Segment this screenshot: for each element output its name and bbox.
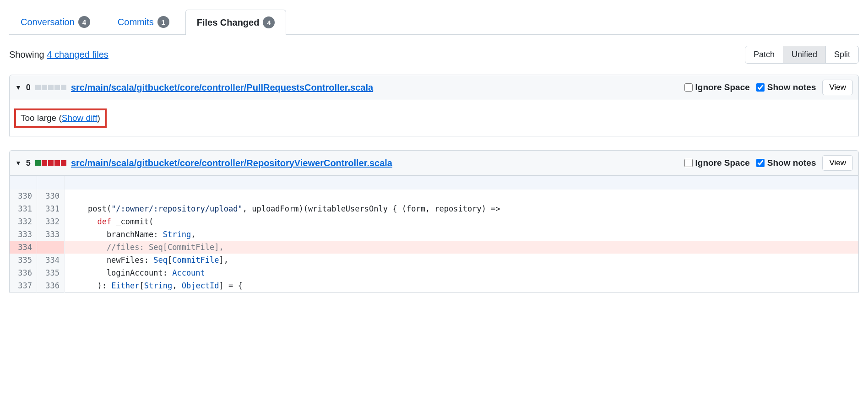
line-number-new: 335 xyxy=(37,266,65,279)
file-header-right: Ignore Space Show notes View xyxy=(684,80,853,95)
tab-badge: 1 xyxy=(157,16,169,28)
line-number-old: 334 xyxy=(10,241,37,254)
unified-button[interactable]: Unified xyxy=(783,46,826,64)
diff-line: 336335 loginAccount: Account xyxy=(10,266,859,279)
line-number-old: 332 xyxy=(10,215,37,228)
line-number-old: 335 xyxy=(10,254,37,266)
code-cell: post("/:owner/:repository/upload", uploa… xyxy=(65,202,859,215)
tab-label: Commits xyxy=(118,17,154,27)
code-cell xyxy=(65,190,859,202)
tab-conversation[interactable]: Conversation 4 xyxy=(9,9,102,34)
view-mode-group: Patch Unified Split xyxy=(745,46,859,64)
ignore-space-label[interactable]: Ignore Space xyxy=(684,82,750,92)
line-number-new xyxy=(37,241,65,254)
file-block: ▼ 5 src/main/scala/gitbucket/core/contro… xyxy=(9,150,859,293)
too-large-message: Too large (Show diff) xyxy=(14,108,107,128)
file-body: Too large (Show diff) xyxy=(9,100,859,136)
show-notes-label[interactable]: Show notes xyxy=(756,82,816,92)
code-cell: newFiles: Seq[CommitFile], xyxy=(65,254,859,266)
split-button[interactable]: Split xyxy=(826,46,859,64)
line-number-old: 333 xyxy=(10,228,37,241)
tab-label: Conversation xyxy=(21,17,75,27)
line-number-old: 336 xyxy=(10,266,37,279)
chevron-down-icon[interactable]: ▼ xyxy=(15,159,22,167)
view-button[interactable]: View xyxy=(822,80,853,95)
line-number-new: 332 xyxy=(37,215,65,228)
line-number-new: 330 xyxy=(37,190,65,202)
showing-text: Showing 4 changed files xyxy=(9,49,108,60)
diff-stat-squares xyxy=(35,160,66,166)
diff-line: 333333 branchName: String, xyxy=(10,228,859,241)
chevron-down-icon[interactable]: ▼ xyxy=(15,84,22,91)
toolbar: Showing 4 changed files Patch Unified Sp… xyxy=(9,46,859,64)
file-header: ▼ 5 src/main/scala/gitbucket/core/contro… xyxy=(9,150,859,176)
diff-line: 337336 ): Either[String, ObjectId] = { xyxy=(10,279,859,293)
patch-button[interactable]: Patch xyxy=(745,46,783,64)
line-number-new: 334 xyxy=(37,254,65,266)
diff-table: 330330331331 post("/:owner/:repository/u… xyxy=(9,176,859,293)
tabs: Conversation 4 Commits 1 Files Changed 4 xyxy=(9,9,859,35)
file-header: ▼ 0 src/main/scala/gitbucket/core/contro… xyxy=(9,75,859,100)
diff-line: 331331 post("/:owner/:repository/upload"… xyxy=(10,202,859,215)
diff-stat-squares xyxy=(35,85,66,90)
show-notes-checkbox[interactable] xyxy=(756,83,765,92)
file-header-right: Ignore Space Show notes View xyxy=(684,155,853,171)
file-header-left: ▼ 0 src/main/scala/gitbucket/core/contro… xyxy=(15,82,373,93)
line-number-new: 333 xyxy=(37,228,65,241)
line-number-old: 337 xyxy=(10,279,37,293)
diff-line: 332332 def _commit( xyxy=(10,215,859,228)
tab-label: Files Changed xyxy=(197,17,260,28)
line-number-new: 331 xyxy=(37,202,65,215)
code-cell: branchName: String, xyxy=(65,228,859,241)
code-cell: loginAccount: Account xyxy=(65,266,859,279)
file-path-link[interactable]: src/main/scala/gitbucket/core/controller… xyxy=(71,158,392,168)
ignore-space-label[interactable]: Ignore Space xyxy=(684,158,750,168)
show-diff-link[interactable]: Show diff xyxy=(62,113,98,123)
line-number-old: 331 xyxy=(10,202,37,215)
code-cell: def _commit( xyxy=(65,215,859,228)
tab-commits[interactable]: Commits 1 xyxy=(106,9,181,34)
line-number-old: 330 xyxy=(10,190,37,202)
view-button[interactable]: View xyxy=(822,155,853,171)
show-notes-checkbox[interactable] xyxy=(756,159,765,167)
tab-badge: 4 xyxy=(78,16,90,28)
tab-badge: 4 xyxy=(263,16,275,28)
file-path-link[interactable]: src/main/scala/gitbucket/core/controller… xyxy=(71,82,373,93)
diff-count: 5 xyxy=(26,158,31,168)
expand-row[interactable] xyxy=(10,176,859,190)
file-header-left: ▼ 5 src/main/scala/gitbucket/core/contro… xyxy=(15,158,392,168)
ignore-space-checkbox[interactable] xyxy=(684,159,693,167)
tab-files-changed[interactable]: Files Changed 4 xyxy=(185,10,287,35)
show-notes-label[interactable]: Show notes xyxy=(756,158,816,168)
diff-line: 334 //files: Seq[CommitFile], xyxy=(10,241,859,254)
file-block: ▼ 0 src/main/scala/gitbucket/core/contro… xyxy=(9,75,859,136)
line-number-new: 336 xyxy=(37,279,65,293)
code-cell: ): Either[String, ObjectId] = { xyxy=(65,279,859,293)
diff-count: 0 xyxy=(26,83,31,92)
ignore-space-checkbox[interactable] xyxy=(684,83,693,92)
diff-line: 330330 xyxy=(10,190,859,202)
code-cell: //files: Seq[CommitFile], xyxy=(65,241,859,254)
diff-line: 335334 newFiles: Seq[CommitFile], xyxy=(10,254,859,266)
changed-files-link[interactable]: 4 changed files xyxy=(47,49,108,60)
